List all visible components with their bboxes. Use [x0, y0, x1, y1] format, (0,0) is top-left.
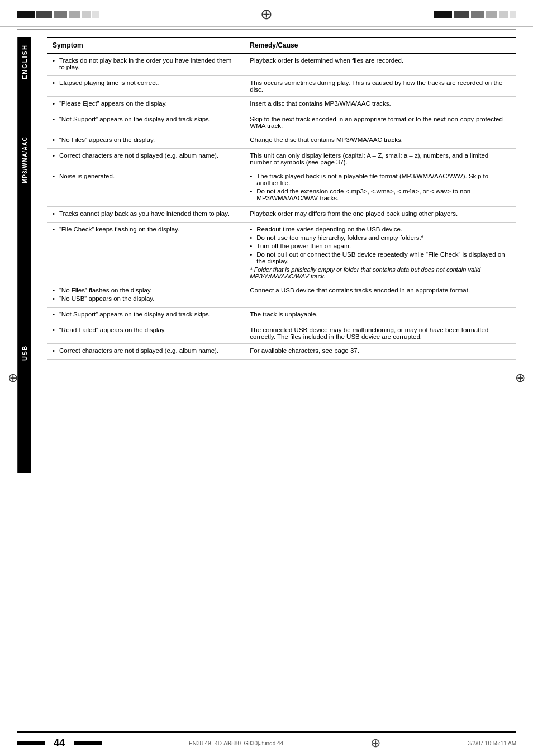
table-row: Elapsed playing time is not correct. Thi… [47, 76, 516, 97]
troubleshoot-table: Symptom Remedy/Cause Tracks do not play … [47, 37, 516, 360]
remedy-cell: Skip to the next track encoded in an app… [244, 112, 516, 133]
symptom-cell: Noise is generated. [47, 169, 244, 207]
crosshair-left: ⊕ [8, 371, 18, 385]
table-row: “Please Eject” appears on the display. I… [47, 97, 516, 112]
table-row: Correct characters are not displayed (e.… [47, 149, 516, 169]
remedy-cell: Readout time varies depending on the USB… [244, 223, 516, 284]
remedy-cell: Playback order is determined when files … [244, 53, 516, 76]
footer-filename: EN38-49_KD-AR880_G830[Jf.indd 44 [189, 740, 283, 746]
remedy-item: The track played back is not a playable … [250, 173, 511, 186]
symptom-cell: “No Files” flashes on the display. “No U… [47, 284, 244, 308]
deco-block-r4 [486, 11, 497, 18]
deco-block-r5 [499, 11, 508, 18]
symptom-header: Symptom [47, 37, 244, 53]
symptom-item: “No Files” appears on the display. [53, 136, 238, 143]
table-row: “File Check” keeps flashing on the displ… [47, 223, 516, 284]
table-header-row: Symptom Remedy/Cause [47, 37, 516, 53]
remedy-cell: Playback order may differs from the one … [244, 207, 516, 223]
remedy-header: Remedy/Cause [244, 37, 516, 53]
symptom-item: “Please Eject” appears on the display. [53, 100, 238, 107]
footer: 44 EN38-49_KD-AR880_G830[Jf.indd 44 ⊕ 3/… [0, 731, 533, 756]
deco-block-3 [54, 11, 67, 18]
table-container: ENGLISH MP3/WMA/AAC USB Symptom [17, 37, 516, 473]
remedy-cell: This occurs sometimes during play. This … [244, 76, 516, 97]
symptom-item: Elapsed playing time is not correct. [53, 79, 238, 86]
symptom-item: Correct characters are not displayed (e.… [53, 347, 238, 354]
footer-bar: 44 EN38-49_KD-AR880_G830[Jf.indd 44 ⊕ 3/… [0, 733, 533, 756]
remedy-item: Do not use too many hierarchy, folders a… [250, 234, 511, 241]
symptom-item: Noise is generated. [53, 173, 238, 179]
deco-block-2 [36, 11, 52, 18]
crosshair-bottom: ⊕ [370, 736, 380, 750]
table-row: “Not Support” appears on the display and… [47, 112, 516, 133]
symptom-cell: “Not Support” appears on the display and… [47, 308, 244, 323]
symptom-item: “Not Support” appears on the display and… [53, 116, 238, 122]
crosshair-top: ⊕ [260, 6, 273, 23]
footer-rule-right [74, 741, 102, 745]
table-row: “No Files” appears on the display. Chang… [47, 133, 516, 149]
symptom-cell: Tracks do not play back in the order you… [47, 53, 244, 76]
symptom-cell: Elapsed playing time is not correct. [47, 76, 244, 97]
symptom-cell: Correct characters are not displayed (e.… [47, 149, 244, 169]
table-row: “No Files” flashes on the display. “No U… [47, 284, 516, 308]
side-labels: ENGLISH MP3/WMA/AAC USB [17, 37, 31, 473]
english-label: ENGLISH [17, 37, 31, 87]
table-row: Noise is generated. The track played bac… [47, 169, 516, 207]
deco-block-1 [17, 11, 35, 18]
symptom-item: “Not Support” appears on the display and… [53, 311, 238, 318]
remedy-cell: Connect a USB device that contains track… [244, 284, 516, 308]
table-row: Correct characters are not displayed (e.… [47, 344, 516, 360]
symptom-cell: “Not Support” appears on the display and… [47, 112, 244, 133]
remedy-item: Turn off the power then on again. [250, 243, 511, 249]
symptom-item: “No Files” flashes on the display. [53, 287, 238, 294]
symptom-cell: “No Files” appears on the display. [47, 133, 244, 149]
footer-timestamp: 3/2/07 10:55:11 AM [468, 740, 516, 746]
deco-block-r3 [471, 11, 484, 18]
symptom-cell: Correct characters are not displayed (e.… [47, 344, 244, 360]
symptom-cell: “Please Eject” appears on the display. [47, 97, 244, 112]
table-row: “Read Failed” appears on the display. Th… [47, 323, 516, 344]
symptom-item: “Read Failed” appears on the display. [53, 327, 238, 333]
remedy-item: Do not pull out or connect the USB devic… [250, 251, 511, 264]
deco-block-r2 [454, 11, 469, 18]
footer-rule-left [17, 741, 45, 745]
symptom-item: “File Check” keeps flashing on the displ… [53, 226, 238, 233]
remedy-cell: Insert a disc that contains MP3/WMA/AAC … [244, 97, 516, 112]
page-number: 44 [54, 738, 65, 749]
top-rule-2 [17, 32, 516, 32]
deco-block-r6 [510, 11, 516, 18]
usb-label: USB [17, 233, 31, 473]
symptom-item: Correct characters are not displayed (e.… [53, 152, 238, 159]
symptom-item: Tracks cannot play back as you have inte… [53, 210, 238, 217]
top-rule-1 [17, 29, 516, 30]
remedy-cell: The track played back is not a playable … [244, 169, 516, 207]
deco-block-5 [82, 11, 91, 18]
remedy-item: Readout time varies depending on the USB… [250, 226, 511, 233]
mp3-label: MP3/WMA/AAC [17, 87, 31, 233]
table-row: “Not Support” appears on the display and… [47, 308, 516, 323]
remedy-cell: The connected USB device may be malfunct… [244, 323, 516, 344]
symptom-item: “No USB” appears on the display. [53, 295, 238, 302]
symptom-cell: “Read Failed” appears on the display. [47, 323, 244, 344]
deco-block-r1 [434, 11, 452, 18]
remedy-item: Do not add the extension code <.mp3>, <.… [250, 188, 511, 201]
remedy-cell: This unit can only display letters (capi… [244, 149, 516, 169]
table-row: Tracks do not play back in the order you… [47, 53, 516, 76]
symptom-item: Tracks do not play back in the order you… [53, 57, 238, 70]
remedy-cell: For available characters, see page 37. [244, 344, 516, 360]
footer-left-section: 44 [17, 738, 102, 749]
deco-block-4 [69, 11, 80, 18]
deco-block-6 [92, 11, 99, 18]
symptom-cell: Tracks cannot play back as you have inte… [47, 207, 244, 223]
crosshair-right: ⊕ [515, 371, 525, 385]
table-row: Tracks cannot play back as you have inte… [47, 207, 516, 223]
remedy-note: * Folder that is phisically empty or fol… [250, 266, 511, 280]
remedy-cell: The track is unplayable. [244, 308, 516, 323]
main-table-wrap: Symptom Remedy/Cause Tracks do not play … [31, 37, 516, 473]
remedy-cell: Change the disc that contains MP3/WMA/AA… [244, 133, 516, 149]
symptom-cell: “File Check” keeps flashing on the displ… [47, 223, 244, 284]
main-content: ENGLISH MP3/WMA/AAC USB Symptom [0, 37, 533, 473]
